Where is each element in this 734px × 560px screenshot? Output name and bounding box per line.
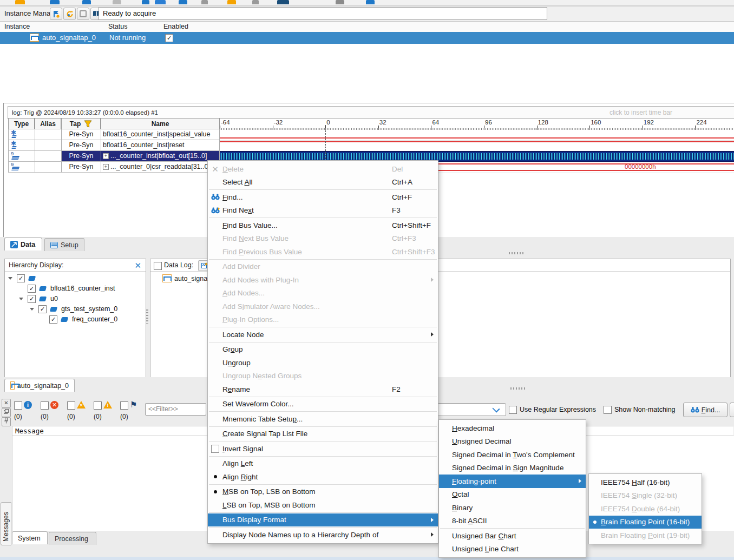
warning-filter-checkbox[interactable] — [94, 401, 102, 410]
alias-cell[interactable] — [35, 162, 61, 173]
wave-low[interactable] — [220, 129, 734, 141]
alias-cell[interactable] — [35, 140, 61, 151]
expand-arrow-icon[interactable] — [30, 308, 34, 311]
menu-item-align-left[interactable]: Align Left — [208, 457, 438, 471]
expand-arrow-icon[interactable] — [19, 298, 23, 300]
hierarchy-close-icon[interactable]: ✕ — [134, 259, 141, 272]
vertical-splitter[interactable] — [146, 309, 148, 324]
info-filter-checkbox[interactable] — [14, 401, 22, 410]
detach-messages-button[interactable] — [2, 408, 11, 417]
wave-high[interactable] — [220, 140, 734, 151]
node-checkbox[interactable]: ✓ — [28, 295, 36, 303]
expand-arrow-icon[interactable] — [8, 277, 12, 280]
menu-item-unsigned-decimal[interactable]: Unsigned Decimal — [439, 435, 586, 449]
toolbar-button-clipped[interactable] — [277, 0, 289, 4]
horizontal-splitter-2[interactable] — [510, 387, 527, 390]
tab-auto-signaltap-0[interactable]: auto_signaltap_0 — [4, 379, 75, 392]
time-bar-strip[interactable]: click to insert time bar — [220, 106, 734, 119]
run-analysis-button[interactable] — [50, 8, 62, 20]
messages-find-button[interactable]: Find... — [683, 403, 728, 417]
messages-filter-input[interactable]: <<Filter>> — [145, 403, 206, 416]
instance-row-auto-signaltap-0[interactable]: auto_signaltap_0 Not running ✓ — [0, 32, 734, 44]
alias-cell[interactable] — [35, 151, 61, 162]
tab-setup[interactable]: Setup — [44, 238, 84, 251]
toolbar-button-clipped[interactable] — [227, 0, 236, 4]
autorun-analysis-button[interactable] — [63, 8, 76, 20]
menu-item-locate-node[interactable]: Locate Node — [208, 328, 438, 341]
signal-name-bfloat16-counter-inst-reset[interactable]: bfloat16_counter_inst|reset — [101, 140, 220, 151]
tab-processing[interactable]: Processing — [49, 532, 96, 545]
toolbar-button-clipped[interactable] — [15, 0, 25, 4]
menu-item-set-waveform-color[interactable]: Set Waveform Color... — [208, 398, 438, 411]
menu-item-brain-floating-point-16-bit[interactable]: Brain Floating Point (16-bit) — [589, 516, 702, 529]
toolbar-button-clipped[interactable] — [366, 0, 375, 4]
critical-warning-filter-checkbox[interactable] — [67, 401, 75, 410]
menu-item-signed-decimal-in-two-s-complement[interactable]: Signed Decimal in Two's Complement — [439, 448, 586, 462]
node-checkbox[interactable]: ✓ — [28, 285, 36, 293]
menu-item-hexadecimal[interactable]: Hexadecimal — [439, 421, 586, 435]
close-messages-button[interactable]: ✕ — [2, 399, 11, 408]
menu-item-binary[interactable]: Binary — [439, 501, 586, 515]
instance-enabled-checkbox[interactable]: ✓ — [165, 34, 173, 42]
node-checkbox[interactable]: ✓ — [17, 274, 25, 282]
toolbar-button-clipped[interactable] — [252, 0, 259, 4]
hierarchy-node-item[interactable]: ✓ — [5, 273, 146, 284]
messages-side-tab[interactable]: Messages — [1, 502, 11, 545]
tap-filter-icon[interactable] — [84, 120, 92, 128]
hierarchy-node-gts-test-system-0[interactable]: ✓gts_test_system_0 — [5, 304, 146, 314]
menu-item-msb-on-top-lsb-on-bottom[interactable]: MSB on Top, LSB on Bottom — [208, 485, 438, 499]
menu-item-create-signal-tap-list-file[interactable]: Create Signal Tap List File — [208, 427, 438, 441]
node-checkbox[interactable]: ✓ — [38, 305, 47, 313]
hierarchy-node-bfloat16-counter-inst[interactable]: ✓bfloat16_counter_inst — [5, 284, 146, 294]
menu-item-8-bit-ascii[interactable]: 8-bit ASCII — [439, 515, 586, 528]
menu-item-invert-signal[interactable]: Invert Signal — [208, 442, 438, 456]
severity-flag: ⚑(0) — [120, 401, 142, 423]
toolbar-button-clipped[interactable] — [50, 0, 60, 4]
toolbar-button-clipped[interactable] — [113, 0, 121, 4]
node-checkbox[interactable]: ✓ — [49, 315, 57, 324]
menu-item-octal[interactable]: Octal — [439, 488, 586, 502]
menu-item-group[interactable]: Group — [208, 343, 438, 357]
hierarchy-node-freq-counter-0[interactable]: ✓freq_counter_0 — [5, 314, 146, 325]
menu-item-signed-decimal-in-sign-magnitude[interactable]: Signed Decimal in Sign Magnitude — [439, 462, 586, 475]
alias-cell[interactable] — [35, 129, 61, 140]
menu-item-lsb-on-top-msb-on-bottom[interactable]: LSB on Top, MSB on Bottom — [208, 498, 438, 512]
menu-item-rename[interactable]: RenameF2 — [208, 383, 438, 396]
stop-analysis-button[interactable] — [77, 8, 89, 20]
use-regex-checkbox[interactable] — [509, 406, 517, 414]
signal-name-counter-0-csr-readdata-31-0[interactable]: +..._counter_0|csr_readdata[31..0] — [101, 162, 220, 173]
toolbar-button-clipped[interactable] — [82, 0, 91, 4]
toolbar-button-clipped[interactable] — [142, 0, 149, 4]
toolbar-button-clipped[interactable] — [336, 0, 344, 4]
menu-item-align-right[interactable]: Align Right — [208, 470, 438, 484]
messages-find-next-button-clipped[interactable] — [730, 403, 734, 417]
horizontal-splitter[interactable] — [509, 252, 525, 254]
invert-signal-checkbox[interactable] — [211, 445, 219, 453]
menu-item-display-node-names-up-to-a-hierarchy-depth-of[interactable]: Display Node Names up to a Hierarchy Dep… — [208, 528, 438, 542]
hierarchy-node-u0[interactable]: ✓u0 — [5, 294, 146, 304]
show-nonmatching-checkbox[interactable] — [604, 406, 612, 414]
menu-item-unsigned-line-chart[interactable]: Unsigned Line Chart — [439, 543, 586, 556]
flag-filter-checkbox[interactable] — [120, 401, 128, 410]
toolbar-button-clipped[interactable] — [155, 0, 166, 4]
tab-data[interactable]: Data — [4, 238, 42, 251]
menu-item-unsigned-bar-chart[interactable]: Unsigned Bar Chart — [439, 529, 586, 543]
menu-item-find-bus-value[interactable]: Find Bus Value...Ctrl+Shift+F — [208, 219, 438, 232]
toolbar-button-clipped[interactable] — [201, 0, 208, 4]
menu-item-find[interactable]: Find...Ctrl+F — [208, 190, 438, 204]
error-filter-checkbox[interactable] — [41, 401, 49, 410]
menu-item-bus-display-format[interactable]: Bus Display Format — [208, 513, 438, 527]
pin-messages-button[interactable] — [2, 417, 11, 426]
menu-item-ungroup[interactable]: Ungroup — [208, 356, 438, 370]
menu-item-add-nodes: Add Nodes... — [208, 287, 438, 300]
signal-name-bfloat16-counter-inst-special-value[interactable]: bfloat16_counter_inst|special_value — [101, 129, 220, 140]
toolbar-button-clipped[interactable] — [179, 0, 187, 4]
menu-item-mnemonic-table-setup[interactable]: Mnemonic Table Setup... — [208, 412, 438, 426]
menu-item-floating-point[interactable]: Floating-point — [439, 475, 586, 488]
tab-system[interactable]: System — [12, 531, 48, 544]
menu-item-find-next[interactable]: Find NextF3 — [208, 204, 438, 218]
menu-item-ieee754-half-16-bit[interactable]: IEEE754 Half (16-bit) — [589, 476, 702, 489]
data-log-checkbox[interactable] — [154, 262, 162, 270]
menu-item-select-all[interactable]: Select AllCtrl+A — [208, 176, 438, 189]
signal-name-counter-inst-bfloat-out-15-0[interactable]: +..._counter_inst|bfloat_out[15..0] — [101, 151, 220, 162]
